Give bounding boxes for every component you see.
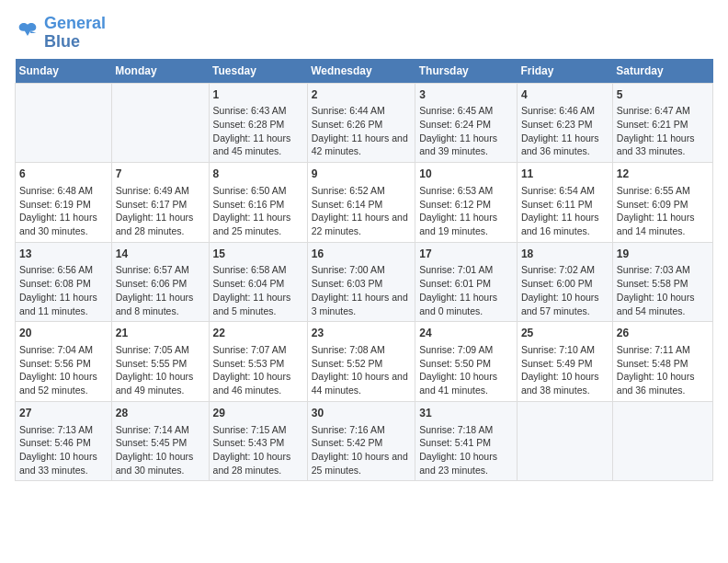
day-number: 18 [521, 247, 609, 262]
calendar-cell: 4Sunrise: 6:46 AMSunset: 6:23 PMDaylight… [517, 83, 612, 163]
calendar-cell: 25Sunrise: 7:10 AMSunset: 5:49 PMDayligh… [517, 322, 612, 402]
weekday-header: Tuesday [209, 59, 307, 84]
calendar-week-row: 27Sunrise: 7:13 AMSunset: 5:46 PMDayligh… [16, 401, 713, 481]
day-number: 30 [312, 406, 412, 421]
calendar-cell: 27Sunrise: 7:13 AMSunset: 5:46 PMDayligh… [16, 401, 112, 481]
day-number: 4 [521, 87, 609, 103]
calendar-cell: 28Sunrise: 7:14 AMSunset: 5:45 PMDayligh… [111, 401, 209, 481]
day-number: 14 [116, 247, 205, 262]
day-number: 17 [419, 247, 513, 262]
calendar-cell: 1Sunrise: 6:43 AMSunset: 6:28 PMDaylight… [209, 83, 307, 163]
day-info: Sunrise: 6:43 AMSunset: 6:28 PMDaylight:… [213, 104, 303, 158]
calendar-cell: 14Sunrise: 6:57 AMSunset: 6:06 PMDayligh… [111, 242, 209, 322]
logo-text: General Blue [44, 15, 106, 52]
calendar-cell [111, 83, 209, 163]
day-number: 12 [617, 167, 709, 182]
day-info: Sunrise: 6:58 AMSunset: 6:04 PMDaylight:… [213, 263, 303, 317]
day-number: 7 [116, 167, 205, 182]
calendar-cell: 12Sunrise: 6:55 AMSunset: 6:09 PMDayligh… [612, 163, 712, 243]
day-info: Sunrise: 6:54 AMSunset: 6:11 PMDaylight:… [521, 184, 609, 238]
calendar-cell: 10Sunrise: 6:53 AMSunset: 6:12 PMDayligh… [415, 163, 518, 243]
day-info: Sunrise: 7:10 AMSunset: 5:49 PMDaylight:… [521, 343, 609, 397]
day-number: 23 [312, 326, 412, 341]
day-number: 11 [521, 167, 609, 182]
day-number: 24 [419, 326, 513, 341]
day-info: Sunrise: 7:09 AMSunset: 5:50 PMDaylight:… [419, 343, 513, 397]
day-info: Sunrise: 6:57 AMSunset: 6:06 PMDaylight:… [116, 263, 205, 317]
calendar-cell [517, 401, 612, 481]
day-number: 5 [617, 87, 709, 103]
calendar-cell: 11Sunrise: 6:54 AMSunset: 6:11 PMDayligh… [517, 163, 612, 243]
day-number: 8 [213, 167, 303, 182]
day-info: Sunrise: 6:53 AMSunset: 6:12 PMDaylight:… [419, 184, 513, 238]
calendar-cell: 3Sunrise: 6:45 AMSunset: 6:24 PMDaylight… [415, 83, 518, 163]
day-number: 2 [312, 87, 412, 103]
day-info: Sunrise: 6:49 AMSunset: 6:17 PMDaylight:… [116, 184, 205, 238]
day-number: 15 [213, 247, 303, 262]
day-info: Sunrise: 7:16 AMSunset: 5:42 PMDaylight:… [312, 423, 412, 477]
day-number: 26 [617, 326, 709, 341]
weekday-header: Sunday [16, 59, 112, 84]
day-number: 20 [19, 326, 108, 341]
calendar-week-row: 6Sunrise: 6:48 AMSunset: 6:19 PMDaylight… [16, 163, 713, 243]
day-number: 19 [617, 247, 709, 262]
day-number: 22 [213, 326, 303, 341]
day-number: 28 [116, 406, 205, 421]
day-number: 3 [419, 87, 513, 103]
calendar-cell: 29Sunrise: 7:15 AMSunset: 5:43 PMDayligh… [209, 401, 307, 481]
day-number: 21 [116, 326, 205, 341]
day-info: Sunrise: 7:18 AMSunset: 5:41 PMDaylight:… [419, 423, 513, 477]
weekday-header: Saturday [612, 59, 712, 84]
day-number: 9 [312, 167, 412, 182]
weekday-header: Friday [517, 59, 612, 84]
calendar-week-row: 1Sunrise: 6:43 AMSunset: 6:28 PMDaylight… [16, 83, 713, 163]
day-number: 25 [521, 326, 609, 341]
calendar-cell: 23Sunrise: 7:08 AMSunset: 5:52 PMDayligh… [307, 322, 415, 402]
calendar-cell: 13Sunrise: 6:56 AMSunset: 6:08 PMDayligh… [16, 242, 112, 322]
calendar-cell: 8Sunrise: 6:50 AMSunset: 6:16 PMDaylight… [209, 163, 307, 243]
calendar-cell: 30Sunrise: 7:16 AMSunset: 5:42 PMDayligh… [307, 401, 415, 481]
day-number: 31 [419, 406, 513, 421]
day-info: Sunrise: 7:01 AMSunset: 6:01 PMDaylight:… [419, 263, 513, 317]
day-info: Sunrise: 7:04 AMSunset: 5:56 PMDaylight:… [19, 343, 108, 397]
calendar-cell: 31Sunrise: 7:18 AMSunset: 5:41 PMDayligh… [415, 401, 518, 481]
weekday-header: Wednesday [307, 59, 415, 84]
day-number: 13 [19, 247, 108, 262]
day-info: Sunrise: 7:13 AMSunset: 5:46 PMDaylight:… [19, 423, 108, 477]
day-info: Sunrise: 7:14 AMSunset: 5:45 PMDaylight:… [116, 423, 205, 477]
day-info: Sunrise: 6:52 AMSunset: 6:14 PMDaylight:… [312, 184, 412, 238]
calendar-cell: 16Sunrise: 7:00 AMSunset: 6:03 PMDayligh… [307, 242, 415, 322]
logo-bird-icon [15, 20, 40, 46]
calendar-cell: 21Sunrise: 7:05 AMSunset: 5:55 PMDayligh… [111, 322, 209, 402]
weekday-header: Thursday [415, 59, 518, 84]
calendar-table: SundayMondayTuesdayWednesdayThursdayFrid… [15, 59, 713, 482]
day-info: Sunrise: 7:02 AMSunset: 6:00 PMDaylight:… [521, 263, 609, 317]
day-info: Sunrise: 7:15 AMSunset: 5:43 PMDaylight:… [213, 423, 303, 477]
day-info: Sunrise: 6:46 AMSunset: 6:23 PMDaylight:… [521, 104, 609, 158]
weekday-header: Monday [111, 59, 209, 84]
logo: General Blue [15, 15, 106, 52]
calendar-week-row: 20Sunrise: 7:04 AMSunset: 5:56 PMDayligh… [16, 322, 713, 402]
day-number: 10 [419, 167, 513, 182]
day-number: 27 [19, 406, 108, 421]
day-info: Sunrise: 6:50 AMSunset: 6:16 PMDaylight:… [213, 184, 303, 238]
calendar-cell: 7Sunrise: 6:49 AMSunset: 6:17 PMDaylight… [111, 163, 209, 243]
calendar-cell: 26Sunrise: 7:11 AMSunset: 5:48 PMDayligh… [612, 322, 712, 402]
day-info: Sunrise: 7:00 AMSunset: 6:03 PMDaylight:… [312, 263, 412, 317]
calendar-cell [16, 83, 112, 163]
calendar-cell: 20Sunrise: 7:04 AMSunset: 5:56 PMDayligh… [16, 322, 112, 402]
weekday-header-row: SundayMondayTuesdayWednesdayThursdayFrid… [16, 59, 713, 84]
calendar-cell: 22Sunrise: 7:07 AMSunset: 5:53 PMDayligh… [209, 322, 307, 402]
day-number: 6 [19, 167, 108, 182]
day-info: Sunrise: 7:05 AMSunset: 5:55 PMDaylight:… [116, 343, 205, 397]
day-number: 29 [213, 406, 303, 421]
day-info: Sunrise: 6:56 AMSunset: 6:08 PMDaylight:… [19, 263, 108, 317]
calendar-cell: 18Sunrise: 7:02 AMSunset: 6:00 PMDayligh… [517, 242, 612, 322]
day-info: Sunrise: 7:11 AMSunset: 5:48 PMDaylight:… [617, 343, 709, 397]
calendar-cell: 6Sunrise: 6:48 AMSunset: 6:19 PMDaylight… [16, 163, 112, 243]
calendar-cell: 9Sunrise: 6:52 AMSunset: 6:14 PMDaylight… [307, 163, 415, 243]
calendar-cell: 19Sunrise: 7:03 AMSunset: 5:58 PMDayligh… [612, 242, 712, 322]
calendar-cell: 5Sunrise: 6:47 AMSunset: 6:21 PMDaylight… [612, 83, 712, 163]
day-info: Sunrise: 7:08 AMSunset: 5:52 PMDaylight:… [312, 343, 412, 397]
day-info: Sunrise: 6:45 AMSunset: 6:24 PMDaylight:… [419, 104, 513, 158]
